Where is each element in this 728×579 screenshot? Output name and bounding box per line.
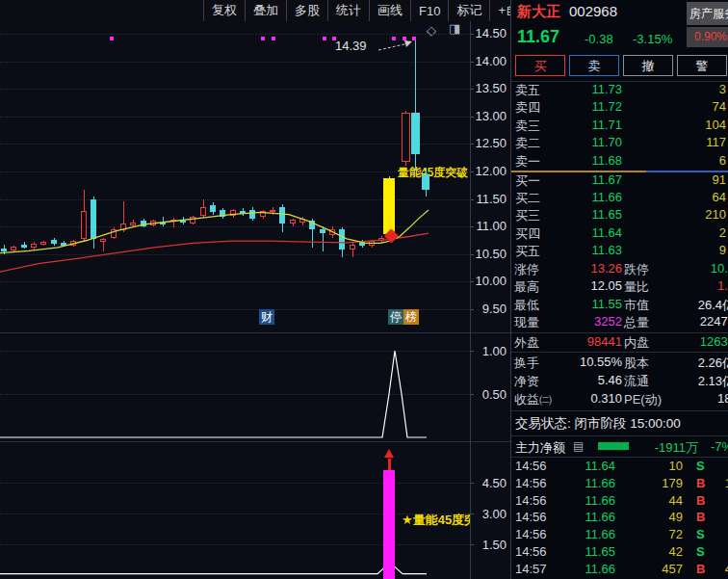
- trade-time: 14:56: [515, 476, 547, 490]
- trade-row[interactable]: 14:5611.6542S: [511, 544, 728, 561]
- indicator-axis-label: 0.50: [468, 387, 507, 402]
- tab-买[interactable]: 买: [515, 55, 565, 76]
- indicator-panel-volume-energy[interactable]: ★量能45度突破 4.503.001.50: [0, 442, 510, 579]
- event-badge-停[interactable]: 停: [388, 309, 403, 325]
- trade-price: 11.66: [585, 562, 615, 576]
- stat-value: 0.310: [590, 391, 622, 406]
- main-force-label: 主力净额: [515, 439, 565, 457]
- stat-row: 最高12.05量比1.4: [511, 278, 728, 296]
- order-price: 11.73: [591, 82, 622, 96]
- industry-change: 0.90%: [687, 27, 728, 47]
- order-price: 11.64: [591, 225, 622, 240]
- toolbar-button-统计[interactable]: 统计: [328, 0, 370, 21]
- toolbar-button-复权[interactable]: 复权: [204, 0, 246, 21]
- bid-row[interactable]: 买五11.639: [511, 243, 728, 260]
- trade-time: 14:56: [515, 510, 547, 524]
- stat-label: 外盘: [514, 334, 539, 352]
- signal-line: [0, 333, 470, 441]
- order-level-label: 卖一: [515, 153, 540, 171]
- stat-label: 涨停: [514, 261, 539, 278]
- separator: [511, 435, 728, 436]
- order-volume: 64: [713, 190, 726, 204]
- stat-value: 12634: [700, 334, 728, 349]
- trade-side: B: [696, 476, 705, 490]
- tab-警[interactable]: 警: [677, 55, 727, 76]
- trade-price: 11.64: [585, 459, 615, 473]
- trade-row[interactable]: 14:5611.6649B: [511, 510, 728, 526]
- toolbar-button-标记[interactable]: 标记: [449, 0, 490, 21]
- stat-row: 收益㈡0.310PE(动)18.: [511, 391, 728, 408]
- price-axis-label: 12.00: [468, 164, 507, 178]
- bid-row[interactable]: 买四11.642: [511, 225, 728, 243]
- price-axis-label: 10.00: [468, 274, 507, 288]
- signal-dot-marker: [332, 37, 336, 40]
- tab-撤[interactable]: 撤: [623, 55, 673, 76]
- bid-row[interactable]: 买二11.6664: [511, 190, 728, 207]
- toolbar-button-叠加[interactable]: 叠加: [246, 0, 287, 21]
- toolbar-button-F10[interactable]: F10: [411, 0, 449, 21]
- stat-label: 股本: [624, 355, 649, 372]
- order-price: 11.70: [591, 135, 622, 149]
- stat-label: 市值: [624, 297, 649, 314]
- event-badge-榜[interactable]: 榜: [403, 309, 419, 325]
- tab-卖[interactable]: 卖: [569, 55, 619, 76]
- trade-time: 14:56: [515, 493, 547, 508]
- trade-volume: 179: [662, 476, 683, 490]
- main-chart-panel[interactable]: 14.39 ◇ ◨ 量能45度突破 14.5014.0013.5013.0012…: [0, 21, 510, 332]
- toolbar-button-画线[interactable]: 画线: [370, 0, 411, 21]
- signal-dot-marker: [110, 37, 114, 40]
- chart-region: 14.39 ◇ ◨ 量能45度突破 14.5014.0013.5013.0012…: [0, 21, 510, 579]
- industry-tag[interactable]: 房产服务: [687, 2, 728, 25]
- list-icon[interactable]: ▤: [573, 439, 584, 453]
- trade-row[interactable]: 14:5611.66179B1: [511, 476, 728, 492]
- toolbar-button-多股[interactable]: 多股: [287, 0, 328, 21]
- order-level-label: 买五: [515, 243, 540, 260]
- last-price: 11.67: [517, 27, 559, 47]
- main-force-pct: -7%: [711, 439, 728, 454]
- trade-side: B: [696, 493, 705, 508]
- ask-row[interactable]: 卖四11.7274: [511, 99, 728, 117]
- ask-row[interactable]: 卖三11.71104: [511, 118, 728, 135]
- price-axis-label: 9.50: [468, 302, 507, 316]
- ask-row[interactable]: 卖二11.70117: [511, 135, 728, 152]
- order-level-label: 买三: [515, 207, 540, 224]
- trade-price: 11.66: [585, 527, 615, 541]
- order-level-label: 买四: [515, 225, 540, 243]
- price-axis-label: 10.50: [468, 247, 507, 261]
- stat-label: 流通: [624, 373, 649, 390]
- trade-row[interactable]: 14:5611.6672S: [511, 527, 728, 543]
- trade-side: S: [696, 544, 705, 559]
- indicator-axis-label: 3.00: [468, 507, 507, 521]
- order-volume: 91: [713, 172, 726, 187]
- app-window: 复权叠加多股统计画线F10标记+自选返回 14.39 ◇ ◨ 量能45度突破 1…: [0, 0, 728, 579]
- trade-price: 11.66: [585, 476, 615, 490]
- signal-dot-marker: [272, 37, 275, 40]
- separator: [511, 352, 728, 353]
- price-axis-label: 11.50: [468, 192, 507, 206]
- trade-row[interactable]: 14:5611.6410S: [511, 459, 728, 475]
- indicator-panel-signal[interactable]: 1.000.50: [0, 333, 510, 441]
- event-badge-财[interactable]: 财: [259, 309, 274, 325]
- ask-row[interactable]: 卖五11.733: [511, 82, 728, 99]
- separator: [511, 410, 728, 411]
- stock-code: 002968: [569, 3, 617, 19]
- stat-label: 总量: [624, 314, 649, 331]
- trade-row[interactable]: 14:5711.66457B4: [511, 562, 728, 578]
- signal-dot-marker: [392, 37, 396, 40]
- bid-row[interactable]: 买一11.6791: [511, 172, 728, 190]
- stat-value: 2.26亿: [698, 355, 728, 372]
- ask-row[interactable]: 卖一11.686: [511, 153, 728, 171]
- stat-label: 跌停: [624, 261, 649, 278]
- trade-volume: 457: [662, 562, 683, 576]
- main-force-value: -1911万: [655, 439, 698, 457]
- stat-value: 22478: [700, 314, 728, 329]
- order-price: 11.71: [591, 118, 622, 132]
- trade-row[interactable]: 14:5611.6644B: [511, 493, 728, 510]
- gem-buy-marker: ◆: [384, 226, 399, 244]
- stat-label: 换手: [514, 355, 539, 372]
- bid-row[interactable]: 买三11.65210: [511, 207, 728, 224]
- up-arrow-stem: [388, 459, 391, 470]
- indicator-axis-label: 1.00: [468, 344, 507, 358]
- signal-dot-marker: [412, 37, 416, 40]
- signal-dot-marker: [261, 37, 265, 40]
